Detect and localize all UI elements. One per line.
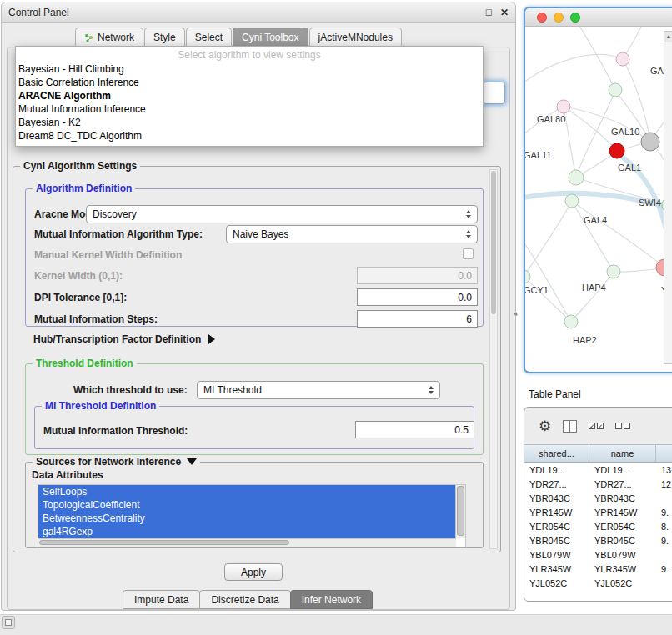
- tab-label: Network: [98, 32, 134, 43]
- network-node[interactable]: [564, 315, 578, 328]
- network-node[interactable]: [607, 265, 620, 278]
- network-edge[interactable]: [576, 90, 615, 178]
- close-window-icon[interactable]: ✕: [500, 8, 509, 18]
- network-scrollbar[interactable]: ▲: [664, 31, 672, 364]
- tab-infer-network[interactable]: Infer Network: [290, 590, 373, 609]
- network-edge[interactable]: [525, 201, 572, 277]
- network-node[interactable]: [609, 143, 624, 158]
- network-edge[interactable]: [577, 27, 615, 90]
- combo-value: MI Threshold: [203, 384, 424, 396]
- table-row[interactable]: YBL079WYBL079W: [524, 548, 672, 562]
- column-header-shared-name[interactable]: shared...: [524, 445, 589, 462]
- tab-discretize-data[interactable]: Discretize Data: [199, 590, 290, 609]
- network-edge[interactable]: [525, 277, 571, 322]
- network-node[interactable]: [641, 132, 659, 151]
- table-row[interactable]: YBR045CYBR045C9.: [524, 533, 672, 548]
- table-cell: YDL19...: [524, 465, 589, 475]
- column-header-cut[interactable]: [656, 445, 672, 462]
- mi-threshold-field[interactable]: 0.5: [355, 421, 474, 438]
- float-window-icon[interactable]: ◻: [485, 8, 493, 17]
- data-attribute-item[interactable]: gal4RGexp: [38, 525, 456, 538]
- attributes-list[interactable]: SelfLoopsTopologicalCoefficientBetweenne…: [38, 484, 466, 548]
- mi-steps-field[interactable]: 6: [357, 310, 478, 328]
- algorithm-dropdown-popup: Select algorithm to view settings Bayesi…: [15, 46, 484, 147]
- data-attribute-item[interactable]: BetweennessCentrality: [38, 512, 456, 525]
- algorithm-select-fragment[interactable]: [483, 82, 505, 104]
- table-row[interactable]: YBR043CYBR043C: [524, 491, 672, 505]
- settings-scrollbar[interactable]: [489, 169, 498, 549]
- tab-label: Cyni Toolbox: [242, 32, 298, 43]
- network-node[interactable]: [525, 270, 530, 283]
- attributes-horizontal-scrollbar[interactable]: [38, 538, 456, 547]
- column-header-name[interactable]: name: [589, 445, 656, 462]
- table-row[interactable]: YER054CYER054C8.: [524, 519, 672, 533]
- aracne-mode-select[interactable]: Discovery: [86, 205, 478, 223]
- network-edge[interactable]: [525, 237, 571, 322]
- tab-cyni-toolbox[interactable]: Cyni Toolbox: [233, 28, 308, 48]
- hub-definition-toggle[interactable]: Hub/Transcription Factor Definition: [33, 333, 215, 345]
- network-node[interactable]: [616, 52, 629, 66]
- algorithm-option[interactable]: ARACNE Algorithm: [16, 89, 483, 102]
- minimized-panel-icon[interactable]: [2, 616, 15, 629]
- network-edge[interactable]: [572, 201, 664, 268]
- splitter-handle[interactable]: ◂: [510, 303, 520, 323]
- table-cell: YLR345W: [524, 564, 589, 574]
- checked-box-icon: ✓: [597, 422, 604, 429]
- sources-group-title[interactable]: Sources for Network Inference: [33, 456, 200, 468]
- tab-style[interactable]: Style: [144, 28, 185, 48]
- table-row[interactable]: YDL19...YDL19...13: [524, 462, 672, 477]
- attributes-vertical-scrollbar[interactable]: [455, 485, 465, 538]
- select-all-columns-icon[interactable]: ✓✓: [589, 422, 604, 429]
- network-node[interactable]: [565, 194, 579, 208]
- network-window-titlebar[interactable]: [525, 8, 672, 27]
- scrollbar-thumb[interactable]: [491, 171, 496, 314]
- table-row[interactable]: YDR27...YDR27...12: [524, 477, 672, 491]
- table-row[interactable]: YLR345WYLR345W9.: [524, 562, 672, 576]
- network-edge[interactable]: [564, 107, 576, 178]
- algorithm-option[interactable]: Bayesian - K2: [16, 116, 483, 129]
- algorithm-option[interactable]: Basic Correlation Inference: [16, 76, 483, 89]
- network-node[interactable]: [569, 170, 584, 185]
- network-node-label: HAP4: [582, 282, 606, 292]
- tab-label: Infer Network: [302, 594, 361, 606]
- minimize-traffic-light[interactable]: [554, 12, 564, 22]
- table-row[interactable]: YPR145WYPR145W9.: [524, 505, 672, 519]
- tab-network[interactable]: Network: [75, 28, 143, 48]
- close-traffic-light[interactable]: [537, 12, 547, 22]
- algorithm-option[interactable]: Dream8 DC_TDC Algorithm: [16, 129, 483, 142]
- table-row[interactable]: YJL052CYJL052C: [524, 576, 672, 590]
- scrollbar-up-arrow-icon[interactable]: ▲: [664, 32, 672, 42]
- dpi-tolerance-field[interactable]: 0.0: [357, 288, 478, 306]
- network-edge[interactable]: [571, 272, 614, 322]
- field-value: 0.5: [454, 424, 469, 436]
- network-node[interactable]: [557, 100, 570, 113]
- scrollbar-thumb[interactable]: [39, 540, 289, 545]
- tab-jactivemnodules[interactable]: jActiveMNodules: [309, 28, 402, 48]
- scrollbar-thumb[interactable]: [457, 486, 464, 536]
- network-node[interactable]: [609, 83, 622, 97]
- manual-kernel-width-checkbox[interactable]: [463, 248, 474, 259]
- mi-threshold-label: Mutual Information Threshold:: [43, 425, 188, 437]
- column-selector-icon[interactable]: [563, 420, 577, 432]
- mi-algorithm-type-select[interactable]: Naive Bayes: [226, 225, 478, 243]
- network-edge[interactable]: [525, 55, 623, 85]
- network-node-label: GCY1: [525, 285, 549, 295]
- clear-all-columns-icon[interactable]: [615, 422, 630, 429]
- control-panel-titlebar[interactable]: Control Panel ◻ ✕: [2, 2, 515, 22]
- table-cell: 9.: [656, 564, 672, 574]
- zoom-traffic-light[interactable]: [570, 12, 580, 22]
- gear-icon[interactable]: ⚙: [539, 419, 551, 433]
- tab-select[interactable]: Select: [186, 28, 232, 48]
- data-attribute-item[interactable]: TopologicalCoefficient: [38, 498, 456, 512]
- tab-impute-data[interactable]: Impute Data: [123, 590, 200, 609]
- combo-value: Naive Bayes: [233, 228, 461, 240]
- which-threshold-select[interactable]: MI Threshold: [197, 381, 440, 399]
- apply-button[interactable]: Apply: [224, 563, 283, 581]
- network-edge[interactable]: [572, 201, 614, 272]
- network-canvas[interactable]: GALGAL80GAL10GAL11GAL1SWI4GAL4GCY1HAP4YH…: [525, 27, 672, 370]
- table-cell: YBR045C: [589, 536, 656, 546]
- algorithm-option[interactable]: Mutual Information Inference: [16, 102, 483, 116]
- chevron-updown-icon: [466, 210, 471, 218]
- data-attribute-item[interactable]: SelfLoops: [38, 485, 456, 498]
- algorithm-option[interactable]: Bayesian - Hill Climbing: [16, 62, 483, 76]
